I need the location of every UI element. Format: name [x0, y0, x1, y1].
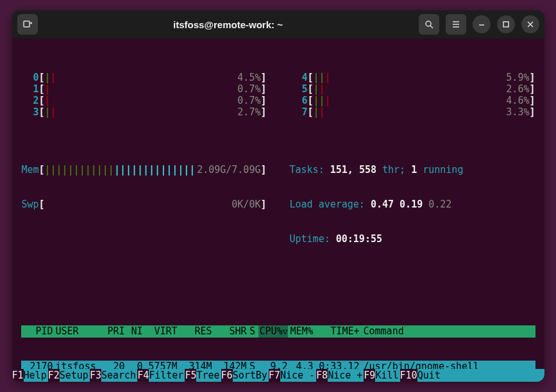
fn-f9[interactable]: F9Kill [364, 369, 400, 382]
search-button[interactable] [419, 14, 439, 35]
cpu-meter-7: 7[||3.3%] [290, 106, 535, 118]
fn-f10[interactable]: F10Quit [400, 369, 442, 382]
cpu-meter-0: 0[||4.5%] [21, 72, 267, 83]
fn-f1[interactable]: F1Help [12, 369, 48, 382]
col-ni[interactable]: NI [125, 325, 143, 338]
menu-button[interactable] [446, 14, 466, 35]
mem-meter: Mem[||||||||||||||||||||||||||2.09G/7.09… [21, 164, 267, 176]
col-shr[interactable]: SHR [212, 325, 247, 338]
process-header[interactable]: PID USER PRI NI VIRT RES SHR S CPU%▽ MEM… [21, 325, 535, 338]
col-virt[interactable]: VIRT [143, 325, 178, 338]
system-stats: Tasks: 151, 558 thr; 1 running Load aver… [290, 141, 535, 268]
col-user[interactable]: USER [56, 325, 102, 338]
fn-f8[interactable]: F8Nice + [316, 369, 364, 382]
cpu-meter-6: 6[|||4.6%] [290, 95, 535, 106]
col-mem[interactable]: MEM% [288, 325, 314, 338]
fn-f5[interactable]: F5Tree [185, 369, 221, 382]
cpu-meter-1: 1[|0.7%] [21, 83, 267, 95]
terminal-content[interactable]: 0[||4.5%]1[|0.7%]2[|0.7%]3[||2.7%] 4[|||… [12, 38, 544, 369]
minimize-button[interactable] [473, 15, 491, 33]
fn-f3[interactable]: F3Search [90, 369, 137, 382]
titlebar: itsfoss@remote-work: ~ [12, 10, 544, 38]
col-pid[interactable]: PID [21, 325, 56, 338]
fn-f6[interactable]: F6SortBy [221, 369, 269, 382]
svg-point-1 [426, 21, 431, 26]
fn-f7[interactable]: F7Nice - [269, 369, 316, 382]
col-pri[interactable]: PRI [102, 325, 125, 338]
svg-rect-0 [24, 21, 29, 27]
terminal-window: itsfoss@remote-work: ~ 0[||4.5%]1[|0.7%]… [12, 10, 544, 382]
fn-f2[interactable]: F2Setup [48, 369, 90, 382]
window-title: itsfoss@remote-work: ~ [42, 19, 415, 30]
process-row[interactable]: 2170itsfoss2005757M314M142MS9.24.30:33.1… [21, 361, 535, 369]
col-command[interactable]: Command [360, 325, 535, 338]
col-res[interactable]: RES [178, 325, 212, 338]
col-time[interactable]: TIME+ [314, 325, 360, 338]
process-list[interactable]: 2170itsfoss2005757M314M142MS9.24.30:33.1… [21, 361, 535, 369]
cpu-meters: 0[||4.5%]1[|0.7%]2[|0.7%]3[||2.7%] 4[|||… [21, 72, 535, 118]
function-key-bar: F1Help F2Setup F3SearchF4FilterF5Tree F6… [12, 369, 544, 382]
col-cpu[interactable]: CPU%▽ [258, 325, 288, 338]
col-s[interactable]: S [247, 325, 258, 338]
cpu-meter-2: 2[|0.7%] [21, 95, 267, 106]
maximize-button[interactable] [497, 15, 515, 33]
cpu-meter-5: 5[||2.6%] [290, 83, 535, 95]
swp-meter: Swp[0K/0K] [21, 199, 267, 210]
new-tab-button[interactable] [17, 14, 38, 35]
cpu-meter-3: 3[||2.7%] [21, 106, 267, 118]
close-button[interactable] [521, 15, 539, 33]
fn-f4[interactable]: F4Filter [137, 369, 185, 382]
cpu-meter-4: 4[|||5.9%] [290, 72, 535, 83]
svg-rect-2 [503, 22, 509, 27]
